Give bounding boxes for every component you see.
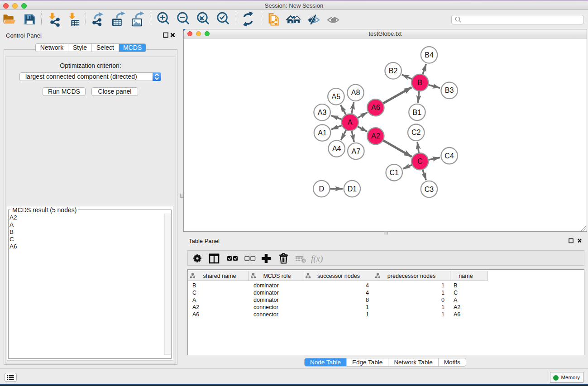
svg-text:successor nodes: successor nodes: [317, 273, 360, 279]
svg-text:A: A: [192, 297, 196, 303]
svg-text:C1: C1: [389, 169, 399, 176]
svg-text:4: 4: [366, 290, 369, 296]
svg-text:dominator: dominator: [253, 297, 279, 303]
svg-text:C2: C2: [411, 129, 421, 136]
svg-text:B1: B1: [413, 109, 422, 116]
svg-text:shared name: shared name: [203, 273, 236, 279]
svg-text:C4: C4: [445, 152, 454, 160]
svg-text:C: C: [417, 157, 423, 165]
svg-text:A6: A6: [192, 311, 199, 318]
svg-text:A4: A4: [332, 145, 341, 152]
svg-text:1: 1: [366, 304, 369, 310]
svg-text:C3: C3: [425, 186, 434, 193]
svg-text:A8: A8: [351, 89, 360, 96]
svg-text:B2: B2: [389, 67, 398, 75]
svg-text:1: 1: [441, 304, 445, 310]
svg-text:C: C: [192, 290, 196, 296]
svg-text:1: 1: [441, 311, 445, 318]
svg-text:name: name: [459, 273, 473, 279]
svg-text:A1: A1: [318, 129, 327, 137]
svg-text:A2: A2: [454, 304, 460, 310]
svg-text:4: 4: [366, 282, 369, 289]
svg-text:A5: A5: [332, 93, 341, 100]
svg-text:B3: B3: [445, 86, 454, 94]
svg-text:predecessor nodes: predecessor nodes: [387, 273, 435, 279]
svg-text:connector: connector: [253, 304, 278, 310]
svg-text:B: B: [417, 79, 422, 86]
svg-text:MCDS role: MCDS role: [263, 273, 291, 279]
svg-text:1: 1: [366, 311, 369, 318]
svg-text:A7: A7: [352, 148, 361, 155]
svg-text:A: A: [348, 119, 353, 126]
svg-text:B4: B4: [425, 51, 434, 59]
svg-text:A3: A3: [318, 109, 327, 116]
svg-text:f(x): f(x): [311, 254, 323, 264]
svg-text:dominator: dominator: [253, 290, 279, 296]
svg-text:0: 0: [441, 297, 445, 303]
svg-text:A: A: [454, 297, 458, 303]
svg-text:1: 1: [441, 290, 445, 296]
svg-text:dominator: dominator: [253, 282, 279, 289]
svg-text:A6: A6: [454, 311, 460, 318]
svg-text:A2: A2: [192, 304, 199, 310]
svg-text:8: 8: [366, 297, 369, 303]
svg-text:A2: A2: [371, 132, 380, 140]
svg-text:D: D: [319, 185, 325, 193]
svg-text:A6: A6: [371, 104, 380, 111]
svg-text:C: C: [454, 290, 458, 296]
svg-text:B: B: [454, 282, 457, 289]
svg-text:connector: connector: [253, 311, 278, 318]
svg-text:B: B: [192, 282, 196, 289]
svg-text:D1: D1: [348, 185, 357, 193]
svg-text:1: 1: [441, 282, 445, 289]
